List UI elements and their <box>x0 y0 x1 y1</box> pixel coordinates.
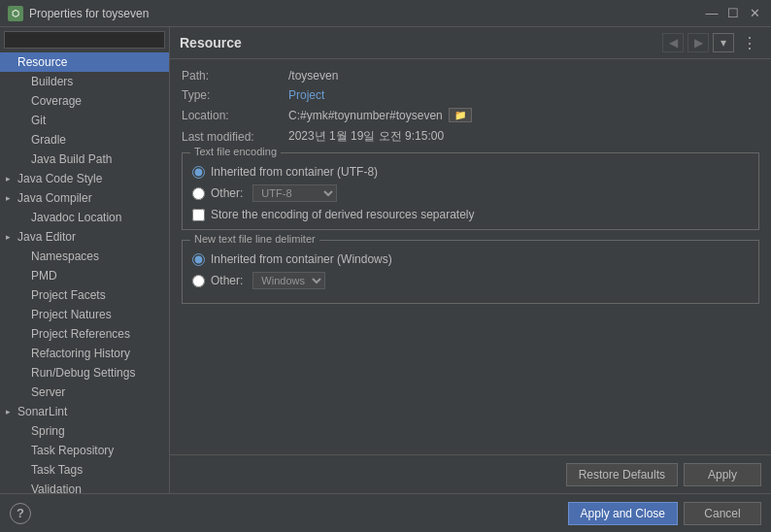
content-title: Resource <box>180 35 662 50</box>
sidebar-list: ResourceBuildersCoverageGitGradleJava Bu… <box>0 52 169 493</box>
delimiter-other-row: Other: Windows Unix Mac <box>192 272 749 289</box>
encoding-inherited-row: Inherited from container (UTF-8) <box>192 165 749 179</box>
sidebar-item-label: Refactoring History <box>31 347 130 360</box>
sidebar-item-task-tags[interactable]: Task Tags <box>0 460 169 480</box>
encoding-other-select[interactable]: UTF-8 UTF-16 ISO-8859-1 <box>252 184 337 202</box>
nav-back-button[interactable]: ◀ <box>662 33 684 52</box>
sidebar-item-label: PMD <box>31 269 57 283</box>
type-row: Type: Project <box>182 88 759 102</box>
sidebar-item-label: Project References <box>31 327 130 341</box>
last-modified-value: 2023년 1월 19일 오전 9:15:00 <box>288 128 444 145</box>
sidebar-item-label: Java Build Path <box>31 152 112 166</box>
sidebar-item-label: Builders <box>31 75 73 88</box>
sidebar-item-builders[interactable]: Builders <box>0 72 169 91</box>
content-body: Path: /toyseven Type: Project Location: … <box>170 59 771 454</box>
content-area: Resource ◀ ▶ ▾ ⋮ Path: /toyseven Type: P… <box>170 27 771 493</box>
apply-and-close-button[interactable]: Apply and Close <box>568 502 678 525</box>
nav-down-button[interactable]: ▾ <box>713 33 734 52</box>
content-nav: ◀ ▶ ▾ ⋮ <box>662 33 761 52</box>
sidebar: ResourceBuildersCoverageGitGradleJava Bu… <box>0 27 170 493</box>
arrow-icon: ▸ <box>6 193 16 203</box>
minimize-button[interactable]: — <box>703 5 721 22</box>
sidebar-item-server[interactable]: Server <box>0 382 169 402</box>
sidebar-item-label: Run/Debug Settings <box>31 366 135 380</box>
sidebar-item-refactoring-history[interactable]: Refactoring History <box>0 344 169 363</box>
encoding-other-label: Other: <box>211 186 243 200</box>
kebab-menu-button[interactable]: ⋮ <box>738 33 761 52</box>
sidebar-item-java-code-style[interactable]: ▸Java Code Style <box>0 169 169 188</box>
apply-button[interactable]: Apply <box>684 463 761 486</box>
sidebar-item-javadoc-location[interactable]: Javadoc Location <box>0 208 169 227</box>
title-bar: ⬡ Properties for toyseven — ☐ ✕ <box>0 0 771 27</box>
sidebar-item-java-compiler[interactable]: ▸Java Compiler <box>0 188 169 208</box>
line-delimiter-legend: New text file line delimiter <box>190 233 319 245</box>
close-button[interactable]: ✕ <box>746 5 763 22</box>
sidebar-item-label: SonarLint <box>17 405 67 418</box>
sidebar-item-spring[interactable]: Spring <box>0 421 169 441</box>
path-value: /toyseven <box>288 69 338 83</box>
sidebar-item-coverage[interactable]: Coverage <box>0 91 169 111</box>
sidebar-item-resource[interactable]: Resource <box>0 52 169 72</box>
cancel-button[interactable]: Cancel <box>684 502 761 525</box>
type-label: Type: <box>182 88 288 102</box>
text-file-encoding-content: Inherited from container (UTF-8) Other: … <box>192 165 749 221</box>
path-label: Path: <box>182 69 288 83</box>
delimiter-other-radio[interactable] <box>192 275 205 287</box>
nav-forward-button[interactable]: ▶ <box>687 33 709 52</box>
line-delimiter-content: Inherited from container (Windows) Other… <box>192 252 749 289</box>
location-browse-button[interactable]: 📁 <box>449 108 472 122</box>
sidebar-item-label: Validation <box>31 482 82 493</box>
content-header: Resource ◀ ▶ ▾ ⋮ <box>170 27 771 59</box>
sidebar-item-java-build-path[interactable]: Java Build Path <box>0 150 169 169</box>
path-row: Path: /toyseven <box>182 69 759 83</box>
delimiter-inherited-radio[interactable] <box>192 253 205 266</box>
sidebar-item-label: Javadoc Location <box>31 211 121 224</box>
sidebar-item-namespaces[interactable]: Namespaces <box>0 247 169 266</box>
delimiter-inherited-label: Inherited from container (Windows) <box>211 252 392 266</box>
encoding-inherited-radio[interactable] <box>192 166 205 179</box>
help-button[interactable]: ? <box>10 503 31 524</box>
sidebar-item-project-references[interactable]: Project References <box>0 324 169 344</box>
sidebar-item-sonarlint[interactable]: ▸SonarLint <box>0 402 169 421</box>
delimiter-inherited-row: Inherited from container (Windows) <box>192 252 749 266</box>
store-encoding-checkbox[interactable] <box>192 209 205 221</box>
sidebar-item-gradle[interactable]: Gradle <box>0 130 169 150</box>
sidebar-item-label: Server <box>31 385 65 399</box>
sidebar-item-project-natures[interactable]: Project Natures <box>0 305 169 324</box>
sidebar-item-project-facets[interactable]: Project Facets <box>0 285 169 305</box>
arrow-icon: ▸ <box>6 174 16 183</box>
encoding-inherited-label: Inherited from container (UTF-8) <box>211 165 378 179</box>
sidebar-item-task-repository[interactable]: Task Repository <box>0 441 169 460</box>
text-file-encoding-group: Text file encoding Inherited from contai… <box>182 152 759 230</box>
encoding-other-radio[interactable] <box>192 187 205 200</box>
sidebar-item-label: Coverage <box>31 94 82 108</box>
sidebar-item-label: Project Facets <box>31 288 106 302</box>
bottom-bar: Restore Defaults Apply <box>170 454 771 493</box>
sidebar-item-run-debug-settings[interactable]: Run/Debug Settings <box>0 363 169 382</box>
footer-bar: ? Apply and Close Cancel <box>0 493 771 532</box>
main-container: ResourceBuildersCoverageGitGradleJava Bu… <box>0 27 771 493</box>
restore-defaults-button[interactable]: Restore Defaults <box>566 463 678 486</box>
arrow-icon: ▸ <box>6 232 16 242</box>
sidebar-item-git[interactable]: Git <box>0 111 169 130</box>
maximize-button[interactable]: ☐ <box>724 5 742 22</box>
sidebar-item-label: Task Tags <box>31 463 83 477</box>
delimiter-other-select[interactable]: Windows Unix Mac <box>252 272 325 289</box>
sidebar-item-pmd[interactable]: PMD <box>0 266 169 285</box>
sidebar-item-java-editor[interactable]: ▸Java Editor <box>0 227 169 247</box>
footer-right: Apply and Close Cancel <box>568 502 761 525</box>
location-value-row: C:#ymk#toynumber#toyseven 📁 <box>288 108 472 122</box>
last-modified-row: Last modified: 2023년 1월 19일 오전 9:15:00 <box>182 128 759 145</box>
sidebar-item-label: Project Natures <box>31 308 112 321</box>
search-input[interactable] <box>4 31 165 49</box>
type-value: Project <box>288 88 324 102</box>
sidebar-item-label: Resource <box>17 55 67 69</box>
sidebar-item-validation[interactable]: Validation <box>0 480 169 493</box>
location-row: Location: C:#ymk#toynumber#toyseven 📁 <box>182 108 759 122</box>
sidebar-item-label: Namespaces <box>31 249 99 263</box>
app-icon: ⬡ <box>8 6 23 21</box>
location-label: Location: <box>182 109 288 122</box>
sidebar-item-label: Gradle <box>31 133 66 147</box>
location-value: C:#ymk#toynumber#toyseven <box>288 109 443 122</box>
title-bar-controls: — ☐ ✕ <box>703 5 763 22</box>
